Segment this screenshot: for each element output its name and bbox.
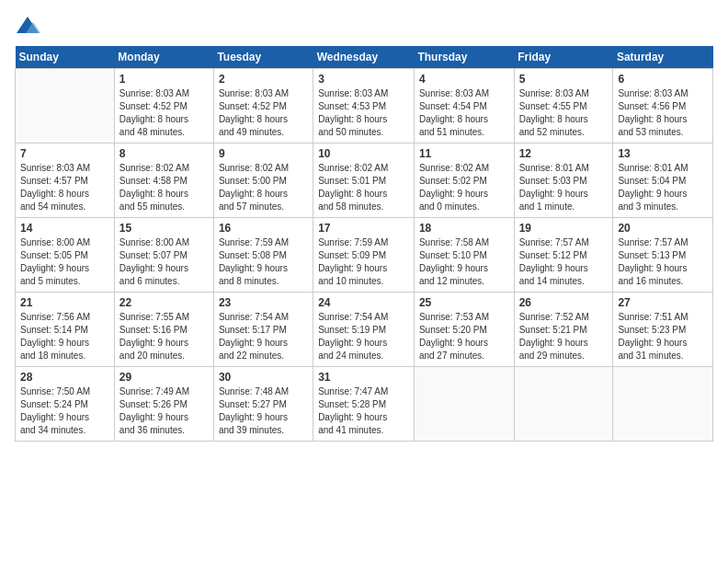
calendar-cell: 21Sunrise: 7:56 AM Sunset: 5:14 PM Dayli… <box>16 293 115 367</box>
calendar-cell: 13Sunrise: 8:01 AM Sunset: 5:04 PM Dayli… <box>613 144 713 218</box>
day-header: Friday <box>514 46 613 69</box>
day-info: Sunrise: 7:57 AM Sunset: 5:12 PM Dayligh… <box>519 236 609 288</box>
day-info: Sunrise: 8:02 AM Sunset: 5:02 PM Dayligh… <box>419 162 509 213</box>
day-number: 26 <box>519 296 609 309</box>
day-header: Tuesday <box>213 46 313 69</box>
day-number: 9 <box>219 147 308 160</box>
day-info: Sunrise: 7:52 AM Sunset: 5:21 PM Dayligh… <box>519 311 609 362</box>
calendar-cell: 6Sunrise: 8:03 AM Sunset: 4:56 PM Daylig… <box>613 69 713 144</box>
header-row: SundayMondayTuesdayWednesdayThursdayFrid… <box>16 46 713 69</box>
day-number: 17 <box>318 222 409 235</box>
header <box>15 15 713 37</box>
calendar-cell: 5Sunrise: 8:03 AM Sunset: 4:55 PM Daylig… <box>514 69 613 144</box>
day-info: Sunrise: 8:03 AM Sunset: 4:54 PM Dayligh… <box>419 87 509 139</box>
day-header: Thursday <box>414 46 514 69</box>
day-number: 8 <box>119 147 209 160</box>
day-info: Sunrise: 8:03 AM Sunset: 4:55 PM Dayligh… <box>519 87 609 139</box>
day-number: 2 <box>219 73 308 86</box>
calendar-cell: 29Sunrise: 7:49 AM Sunset: 5:26 PM Dayli… <box>114 367 213 442</box>
day-number: 20 <box>618 222 708 235</box>
calendar-cell: 30Sunrise: 7:48 AM Sunset: 5:27 PM Dayli… <box>213 367 313 442</box>
day-info: Sunrise: 8:02 AM Sunset: 5:01 PM Dayligh… <box>318 162 409 213</box>
calendar-cell: 28Sunrise: 7:50 AM Sunset: 5:24 PM Dayli… <box>16 367 115 442</box>
calendar-cell <box>16 69 115 144</box>
day-header: Sunday <box>16 46 115 69</box>
calendar-cell: 22Sunrise: 7:55 AM Sunset: 5:16 PM Dayli… <box>114 293 213 367</box>
day-number: 19 <box>519 222 609 235</box>
day-header: Wednesday <box>313 46 415 69</box>
day-number: 22 <box>119 296 209 309</box>
day-info: Sunrise: 7:53 AM Sunset: 5:20 PM Dayligh… <box>419 311 509 362</box>
day-number: 11 <box>419 147 509 160</box>
calendar-week: 7Sunrise: 8:03 AM Sunset: 4:57 PM Daylig… <box>16 144 713 218</box>
day-number: 18 <box>419 222 509 235</box>
calendar-cell: 1Sunrise: 8:03 AM Sunset: 4:52 PM Daylig… <box>114 69 213 144</box>
calendar-week: 28Sunrise: 7:50 AM Sunset: 5:24 PM Dayli… <box>16 367 713 442</box>
calendar-cell: 3Sunrise: 8:03 AM Sunset: 4:53 PM Daylig… <box>313 69 415 144</box>
page-container: SundayMondayTuesdayWednesdayThursdayFrid… <box>0 0 728 451</box>
calendar-cell: 12Sunrise: 8:01 AM Sunset: 5:03 PM Dayli… <box>514 144 613 218</box>
calendar-week: 21Sunrise: 7:56 AM Sunset: 5:14 PM Dayli… <box>16 293 713 367</box>
calendar-table: SundayMondayTuesdayWednesdayThursdayFrid… <box>15 46 713 442</box>
day-info: Sunrise: 7:49 AM Sunset: 5:26 PM Dayligh… <box>119 385 209 437</box>
day-number: 10 <box>318 147 409 160</box>
day-number: 24 <box>318 296 409 309</box>
calendar-cell: 27Sunrise: 7:51 AM Sunset: 5:23 PM Dayli… <box>613 293 713 367</box>
calendar-cell: 8Sunrise: 8:02 AM Sunset: 4:58 PM Daylig… <box>114 144 213 218</box>
day-number: 12 <box>519 147 609 160</box>
calendar-cell: 14Sunrise: 8:00 AM Sunset: 5:05 PM Dayli… <box>16 218 115 293</box>
day-info: Sunrise: 7:59 AM Sunset: 5:09 PM Dayligh… <box>318 236 409 288</box>
day-info: Sunrise: 7:50 AM Sunset: 5:24 PM Dayligh… <box>20 385 109 437</box>
day-number: 7 <box>20 147 109 160</box>
day-header: Saturday <box>613 46 713 69</box>
calendar-cell: 2Sunrise: 8:03 AM Sunset: 4:52 PM Daylig… <box>213 69 313 144</box>
day-info: Sunrise: 8:02 AM Sunset: 5:00 PM Dayligh… <box>219 162 308 213</box>
day-number: 4 <box>419 73 509 86</box>
day-info: Sunrise: 7:56 AM Sunset: 5:14 PM Dayligh… <box>20 311 109 362</box>
calendar-cell: 10Sunrise: 8:02 AM Sunset: 5:01 PM Dayli… <box>313 144 415 218</box>
calendar-cell: 11Sunrise: 8:02 AM Sunset: 5:02 PM Dayli… <box>414 144 514 218</box>
day-info: Sunrise: 8:03 AM Sunset: 4:57 PM Dayligh… <box>20 162 109 213</box>
day-number: 21 <box>20 296 109 309</box>
calendar-cell: 31Sunrise: 7:47 AM Sunset: 5:28 PM Dayli… <box>313 367 415 442</box>
day-number: 28 <box>20 371 109 384</box>
calendar-cell <box>414 367 514 442</box>
calendar-cell: 16Sunrise: 7:59 AM Sunset: 5:08 PM Dayli… <box>213 218 313 293</box>
calendar-cell: 24Sunrise: 7:54 AM Sunset: 5:19 PM Dayli… <box>313 293 415 367</box>
day-info: Sunrise: 8:02 AM Sunset: 4:58 PM Dayligh… <box>119 162 209 213</box>
day-info: Sunrise: 8:03 AM Sunset: 4:53 PM Dayligh… <box>318 87 409 139</box>
calendar-cell <box>514 367 613 442</box>
calendar-cell: 25Sunrise: 7:53 AM Sunset: 5:20 PM Dayli… <box>414 293 514 367</box>
day-info: Sunrise: 7:54 AM Sunset: 5:19 PM Dayligh… <box>318 311 409 362</box>
day-number: 3 <box>318 73 409 86</box>
calendar-cell: 26Sunrise: 7:52 AM Sunset: 5:21 PM Dayli… <box>514 293 613 367</box>
calendar-cell: 20Sunrise: 7:57 AM Sunset: 5:13 PM Dayli… <box>613 218 713 293</box>
day-number: 15 <box>119 222 209 235</box>
day-info: Sunrise: 8:00 AM Sunset: 5:05 PM Dayligh… <box>20 236 109 288</box>
day-info: Sunrise: 7:48 AM Sunset: 5:27 PM Dayligh… <box>219 385 308 437</box>
calendar-cell: 4Sunrise: 8:03 AM Sunset: 4:54 PM Daylig… <box>414 69 514 144</box>
calendar-week: 14Sunrise: 8:00 AM Sunset: 5:05 PM Dayli… <box>16 218 713 293</box>
day-info: Sunrise: 7:51 AM Sunset: 5:23 PM Dayligh… <box>618 311 708 362</box>
day-number: 5 <box>519 73 609 86</box>
day-number: 13 <box>618 147 708 160</box>
calendar-cell: 23Sunrise: 7:54 AM Sunset: 5:17 PM Dayli… <box>213 293 313 367</box>
day-info: Sunrise: 8:03 AM Sunset: 4:56 PM Dayligh… <box>618 87 708 139</box>
day-number: 30 <box>219 371 308 384</box>
calendar-week: 1Sunrise: 8:03 AM Sunset: 4:52 PM Daylig… <box>16 69 713 144</box>
day-number: 6 <box>618 73 708 86</box>
day-header: Monday <box>114 46 213 69</box>
day-info: Sunrise: 7:58 AM Sunset: 5:10 PM Dayligh… <box>419 236 509 288</box>
calendar-cell: 15Sunrise: 8:00 AM Sunset: 5:07 PM Dayli… <box>114 218 213 293</box>
day-number: 1 <box>119 73 209 86</box>
day-info: Sunrise: 8:00 AM Sunset: 5:07 PM Dayligh… <box>119 236 209 288</box>
day-number: 25 <box>419 296 509 309</box>
day-info: Sunrise: 7:47 AM Sunset: 5:28 PM Dayligh… <box>318 385 409 437</box>
calendar-cell <box>613 367 713 442</box>
day-info: Sunrise: 7:54 AM Sunset: 5:17 PM Dayligh… <box>219 311 308 362</box>
day-number: 14 <box>20 222 109 235</box>
logo <box>15 15 44 37</box>
day-number: 16 <box>219 222 308 235</box>
day-info: Sunrise: 8:03 AM Sunset: 4:52 PM Dayligh… <box>119 87 209 139</box>
day-info: Sunrise: 7:57 AM Sunset: 5:13 PM Dayligh… <box>618 236 708 288</box>
